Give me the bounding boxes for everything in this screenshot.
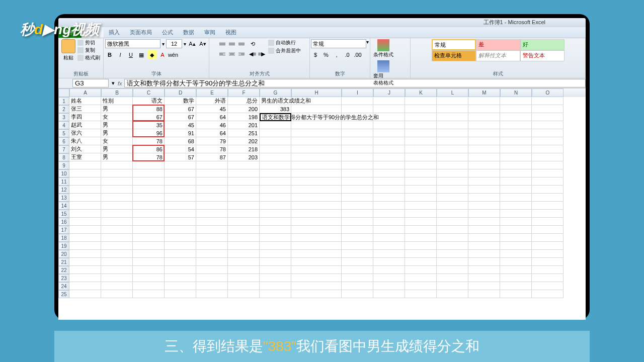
cell-M11[interactable] xyxy=(468,177,500,186)
cell-B18[interactable] xyxy=(101,234,133,242)
cell-A5[interactable]: 张六 xyxy=(69,129,101,137)
row-header-24[interactable]: 24 xyxy=(58,282,69,290)
cell-F2[interactable]: 200 xyxy=(228,105,260,113)
row-header-25[interactable]: 25 xyxy=(58,290,69,298)
cell-D25[interactable] xyxy=(165,290,196,298)
cell-J21[interactable] xyxy=(373,258,405,266)
cell-G23[interactable] xyxy=(260,274,291,282)
cell-C25[interactable] xyxy=(133,290,165,298)
cell-A11[interactable] xyxy=(69,177,101,186)
cell-J13[interactable] xyxy=(373,194,405,202)
cell-D10[interactable] xyxy=(165,169,196,177)
cell-C24[interactable] xyxy=(133,282,165,290)
cell-J24[interactable] xyxy=(373,282,405,290)
cell-K15[interactable] xyxy=(405,210,437,218)
cell-I23[interactable] xyxy=(342,274,373,282)
cell-N24[interactable] xyxy=(500,282,532,290)
cell-A7[interactable]: 刘久 xyxy=(69,145,101,153)
cell-B13[interactable] xyxy=(101,194,133,202)
cell-N20[interactable] xyxy=(500,250,532,258)
col-header-E[interactable]: E xyxy=(196,88,228,97)
cell-H24[interactable] xyxy=(291,282,342,290)
cell-J12[interactable] xyxy=(373,186,405,194)
cell-K6[interactable] xyxy=(405,137,437,145)
cell-N23[interactable] xyxy=(500,274,532,282)
cell-L17[interactable] xyxy=(437,226,468,234)
cell-B17[interactable] xyxy=(101,226,133,234)
cell-B3[interactable]: 女 xyxy=(101,113,133,121)
cell-H14[interactable] xyxy=(291,202,342,210)
cell-G6[interactable] xyxy=(260,137,291,145)
fill-color-button[interactable]: ◆ xyxy=(147,50,156,59)
cell-K22[interactable] xyxy=(405,266,437,274)
style-normal[interactable]: 常规 xyxy=(432,39,476,50)
cell-F9[interactable] xyxy=(228,161,260,169)
cell-K13[interactable] xyxy=(405,194,437,202)
cell-C1[interactable]: 语文 xyxy=(133,97,165,105)
cell-H16[interactable] xyxy=(291,218,342,226)
cell-D4[interactable]: 45 xyxy=(165,121,196,129)
cell-L14[interactable] xyxy=(437,202,468,210)
cell-E24[interactable] xyxy=(196,282,228,290)
cell-C6[interactable]: 78 xyxy=(133,137,165,145)
cell-H25[interactable] xyxy=(291,290,342,298)
cell-I10[interactable] xyxy=(342,169,373,177)
cell-N12[interactable] xyxy=(500,186,532,194)
row-header-22[interactable]: 22 xyxy=(58,266,69,274)
font-size-dropdown-icon[interactable]: ▾ xyxy=(184,41,186,47)
cell-B15[interactable] xyxy=(101,210,133,218)
cell-J8[interactable] xyxy=(373,153,405,161)
cell-L21[interactable] xyxy=(437,258,468,266)
cell-I19[interactable] xyxy=(342,242,373,250)
cell-J9[interactable] xyxy=(373,161,405,169)
cell-N14[interactable] xyxy=(500,202,532,210)
cell-B23[interactable] xyxy=(101,274,133,282)
cell-N8[interactable] xyxy=(500,153,532,161)
cell-L23[interactable] xyxy=(437,274,468,282)
cell-I18[interactable] xyxy=(342,234,373,242)
cell-N18[interactable] xyxy=(500,234,532,242)
cell-J4[interactable] xyxy=(373,121,405,129)
cell-E2[interactable]: 45 xyxy=(196,105,228,113)
style-bad[interactable]: 差 xyxy=(476,39,520,50)
cell-B12[interactable] xyxy=(101,186,133,194)
cell-L2[interactable] xyxy=(437,105,468,113)
cell-C15[interactable] xyxy=(133,210,165,218)
cell-G12[interactable] xyxy=(260,186,291,194)
cell-A22[interactable] xyxy=(69,266,101,274)
cell-O15[interactable] xyxy=(532,210,564,218)
align-center-button[interactable] xyxy=(227,49,236,58)
row-header-16[interactable]: 16 xyxy=(58,218,69,226)
cell-F14[interactable] xyxy=(228,202,260,210)
cell-K1[interactable] xyxy=(405,97,437,105)
cell-E4[interactable]: 46 xyxy=(196,121,228,129)
cell-O18[interactable] xyxy=(532,234,564,242)
cell-O12[interactable] xyxy=(532,186,564,194)
row-header-6[interactable]: 6 xyxy=(58,137,69,145)
cell-O2[interactable] xyxy=(532,105,564,113)
cell-M8[interactable] xyxy=(468,153,500,161)
cell-H10[interactable] xyxy=(291,169,342,177)
cell-F23[interactable] xyxy=(228,274,260,282)
percent-button[interactable]: % xyxy=(321,50,331,59)
cell-K2[interactable] xyxy=(405,105,437,113)
cell-L20[interactable] xyxy=(437,250,468,258)
cell-H20[interactable] xyxy=(291,250,342,258)
cell-C8[interactable]: 78 xyxy=(133,153,165,161)
cell-C9[interactable] xyxy=(133,161,165,169)
cell-N4[interactable] xyxy=(500,121,532,129)
cell-O3[interactable] xyxy=(532,113,564,121)
number-format-select[interactable] xyxy=(311,39,366,48)
cell-C12[interactable] xyxy=(133,186,165,194)
bold-button[interactable]: B xyxy=(105,50,114,59)
cell-M25[interactable] xyxy=(468,290,500,298)
cell-N7[interactable] xyxy=(500,145,532,153)
cell-J6[interactable] xyxy=(373,137,405,145)
align-right-button[interactable] xyxy=(237,49,246,58)
cell-E6[interactable]: 79 xyxy=(196,137,228,145)
col-header-J[interactable]: J xyxy=(373,88,405,97)
cell-B24[interactable] xyxy=(101,282,133,290)
cell-G14[interactable] xyxy=(260,202,291,210)
cell-G2[interactable]: 383 xyxy=(260,105,291,113)
style-good[interactable]: 好 xyxy=(520,39,565,50)
